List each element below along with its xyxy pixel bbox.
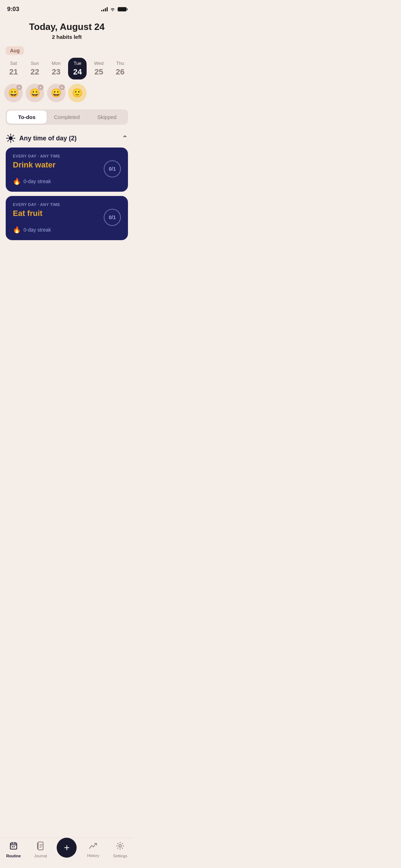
month-label: Aug [6,46,24,55]
habit-meta-eat-fruit: EVERY DAY · ANY TIME [13,202,121,207]
calendar-day-wed[interactable]: Wed 25 [89,58,108,79]
flame-icon-drink-water: 🔥 [13,177,21,185]
emoji-day-sun[interactable]: 😀 + [26,84,44,102]
header-subtitle: 2 habits left [7,34,127,40]
habit-name-drink-water: Drink water [13,160,56,170]
streak-text-drink-water: 0-day streak [24,179,51,184]
calendar-day-sat[interactable]: Sat 21 [4,58,23,79]
tab-completed[interactable]: Completed [47,110,87,124]
battery-icon [118,7,127,11]
tab-switcher: To-dos Completed Skipped [6,109,128,125]
plus-badge-sat: + [16,84,22,90]
day-name-tue: Tue [73,61,81,66]
emoji-day-sat[interactable]: 😀 + [4,84,23,102]
emoji-day-tue[interactable]: 🙂 [68,84,87,102]
header-date: Today, August 24 [7,21,127,32]
plus-badge-mon: + [59,84,65,90]
svg-line-8 [8,140,9,141]
sun-icon [6,133,16,143]
wifi-icon [110,7,115,11]
tab-skipped[interactable]: Skipped [87,110,127,124]
svg-line-5 [8,135,9,136]
habit-card-eat-fruit[interactable]: EVERY DAY · ANY TIME Eat fruit 0/1 🔥 0-d… [6,196,128,240]
chevron-up-icon[interactable]: ⌃ [122,134,128,143]
plus-badge-sun: + [38,84,43,90]
emoji-day-mon[interactable]: 😀 + [47,84,66,102]
day-number-thu: 26 [116,67,124,77]
streak-text-eat-fruit: 0-day streak [24,227,51,233]
day-name-thu: Thu [116,61,124,66]
tab-todos[interactable]: To-dos [7,110,47,124]
day-name-sun: Sun [31,61,39,66]
habit-name-eat-fruit: Eat fruit [13,209,42,218]
header: Today, August 24 2 habits left [0,16,134,43]
day-number-sat: 21 [9,67,18,77]
habit-footer-drink-water: 🔥 0-day streak [13,177,121,185]
emoji-row: 😀 + 😀 + 😀 + 🙂 [0,82,134,108]
status-time: 9:03 [7,6,19,13]
habit-footer-eat-fruit: 🔥 0-day streak [13,226,121,234]
habit-card-drink-water[interactable]: EVERY DAY · ANY TIME Drink water 0/1 🔥 0… [6,148,128,192]
day-name-sat: Sat [10,61,17,66]
calendar-day-tue[interactable]: Tue 24 [68,58,87,79]
signal-icon [101,7,108,11]
calendar-day-thu[interactable]: Thu 26 [111,58,129,79]
habit-meta-drink-water: EVERY DAY · ANY TIME [13,154,121,158]
flame-icon-eat-fruit: 🔥 [13,226,21,234]
svg-line-6 [13,140,14,141]
section-title-wrap: Any time of day (2) [6,133,77,143]
calendar-day-mon[interactable]: Mon 23 [47,58,66,79]
calendar-row: Sat 21 Sun 22 Mon 23 Tue 24 Wed 25 Thu 2… [0,56,134,82]
day-name-wed: Wed [94,61,104,66]
status-icons [101,7,127,11]
svg-point-0 [9,136,12,140]
habit-counter-drink-water[interactable]: 0/1 [104,160,121,177]
svg-line-7 [13,135,14,136]
status-bar: 9:03 [0,0,134,16]
section-title: Any time of day (2) [19,135,77,142]
day-number-sun: 22 [30,67,39,77]
habit-counter-eat-fruit[interactable]: 0/1 [104,209,121,226]
section-header: Any time of day (2) ⌃ [0,130,134,148]
day-number-tue: 24 [73,67,82,77]
day-name-mon: Mon [52,61,61,66]
day-number-wed: 25 [94,67,103,77]
calendar-day-sun[interactable]: Sun 22 [26,58,44,79]
day-number-mon: 23 [52,67,60,77]
